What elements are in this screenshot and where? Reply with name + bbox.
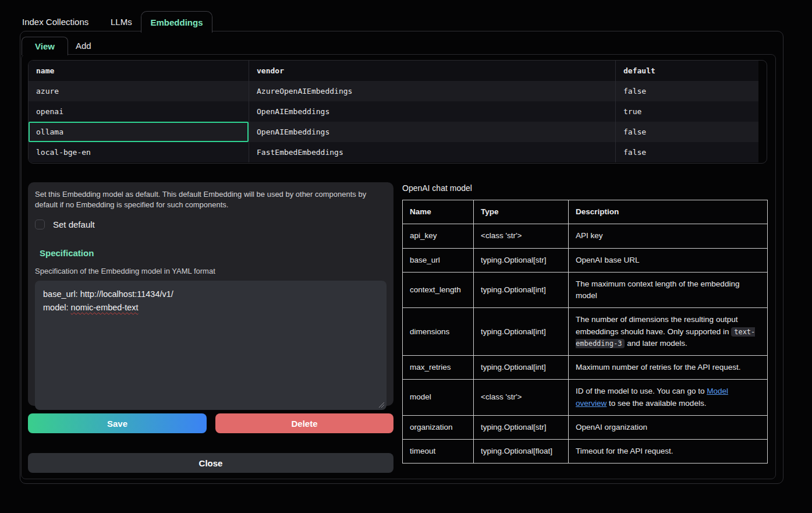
schema-cell-name: base_url: [403, 248, 474, 272]
column-header-vendor: vendor: [249, 61, 615, 81]
schema-cell-type: typing.Optional[float]: [474, 440, 569, 464]
spec-yaml-textarea[interactable]: base_url: http://localhost:11434/v1/mode…: [35, 281, 387, 410]
schema-cell-name: timeout: [403, 440, 474, 464]
schema-cell-description: OpenAI base URL: [569, 248, 768, 272]
model-overview-link[interactable]: Model overview: [576, 387, 728, 407]
embeddings-table: namevendordefault azureAzureOpenAIEmbedd…: [28, 60, 767, 164]
set-default-row: Set default: [35, 220, 387, 229]
tab-embeddings-label: Embeddings: [150, 17, 203, 27]
schema-cell-type: <class 'str'>: [474, 380, 569, 416]
default-description: Set this Embedding model as default. Thi…: [35, 189, 382, 211]
schema-cell-type: <class 'str'>: [474, 224, 569, 248]
embedding-config-panel: Set this Embedding model as default. Thi…: [28, 182, 393, 406]
embeddings-table-header: namevendordefault: [29, 61, 758, 81]
set-default-checkbox[interactable]: [35, 220, 45, 229]
schema-cell-name: max_retries: [403, 356, 474, 380]
schema-column-name: Name: [403, 200, 474, 224]
schema-row-organization: organizationtyping.Optional[str]OpenAI o…: [403, 415, 768, 439]
delete-button-label: Delete: [291, 419, 317, 429]
embedding-row-openai[interactable]: openaiOpenAIEmbeddingstrue: [29, 101, 758, 122]
cell-name[interactable]: ollama: [29, 122, 249, 142]
embedding-row-ollama[interactable]: ollamaOpenAIEmbeddingsfalse: [29, 122, 758, 142]
specification-description: Specification of the Embedding model in …: [35, 267, 387, 275]
misspelled-word: nomic-embed-text: [71, 303, 139, 312]
schema-column-type: Type: [474, 200, 569, 224]
schema-cell-type: typing.Optional[str]: [474, 415, 569, 439]
spec-line: base_url: http://localhost:11434/v1/: [43, 288, 378, 301]
schema-cell-description: ID of the model to use. You can go to Mo…: [569, 380, 768, 416]
column-header-default: default: [615, 61, 758, 81]
cell-name[interactable]: azure: [29, 81, 249, 101]
schema-cell-description: OpenAI organization: [569, 415, 768, 439]
save-button[interactable]: Save: [28, 413, 207, 433]
close-button-label: Close: [199, 458, 223, 468]
cell-vendor[interactable]: AzureOpenAIEmbeddings: [249, 81, 615, 101]
embedding-row-azure[interactable]: azureAzureOpenAIEmbeddingsfalse: [29, 81, 758, 101]
schema-cell-type: typing.Optional[str]: [474, 248, 569, 272]
spec-line: model: nomic-embed-text: [43, 301, 378, 314]
schema-column-description: Description: [569, 200, 768, 224]
column-header-name: name: [29, 61, 249, 81]
code-chip: text-embedding-3: [576, 327, 755, 348]
schema-cell-type: typing.Optional[int]: [474, 308, 569, 356]
schema-row-model: model<class 'str'>ID of the model to use…: [403, 380, 768, 416]
subtab-view-label: View: [35, 41, 55, 51]
schema-row-max_retries: max_retriestyping.Optional[int]Maximum n…: [403, 356, 768, 380]
schema-row-dimensions: dimensionstyping.Optional[int]The number…: [403, 308, 768, 356]
schema-cell-type: typing.Optional[int]: [474, 272, 569, 308]
save-button-label: Save: [107, 419, 127, 429]
cell-name[interactable]: local-bge-en: [29, 142, 249, 162]
resize-handle-icon[interactable]: [379, 402, 384, 408]
schema-cell-name: dimensions: [403, 308, 474, 356]
close-button[interactable]: Close: [28, 453, 393, 473]
schema-cell-description: Maximum number of retries for the API re…: [569, 356, 768, 380]
subtab-view[interactable]: View: [22, 37, 68, 55]
schema-row-timeout: timeouttyping.Optional[float]Timeout for…: [403, 440, 768, 464]
schema-cell-name: api_key: [403, 224, 474, 248]
embedding-row-local-bge-en[interactable]: local-bge-enFastEmbedEmbeddingsfalse: [29, 142, 758, 162]
cell-vendor[interactable]: FastEmbedEmbeddings: [249, 142, 615, 162]
schema-row-api_key: api_key<class 'str'>API key: [403, 224, 768, 248]
cell-default[interactable]: false: [615, 122, 758, 142]
schema-cell-description: The number of dimensions the resulting o…: [569, 308, 768, 356]
schema-cell-name: organization: [403, 415, 474, 439]
tab-llms[interactable]: LLMs: [111, 17, 132, 27]
schema-table-header: NameTypeDescription: [403, 200, 768, 224]
schema-cell-description: The maximum context length of the embedd…: [569, 272, 768, 308]
cell-default[interactable]: false: [615, 142, 758, 162]
cell-default[interactable]: false: [615, 81, 758, 101]
tab-embeddings[interactable]: Embeddings: [141, 11, 212, 33]
cell-default[interactable]: true: [615, 101, 758, 122]
schema-cell-name: model: [403, 380, 474, 416]
cell-vendor[interactable]: OpenAIEmbeddings: [249, 101, 615, 122]
schema-row-context_length: context_lengthtyping.Optional[int]The ma…: [403, 272, 768, 308]
cell-vendor[interactable]: OpenAIEmbeddings: [249, 122, 615, 142]
specification-heading: Specification: [40, 248, 387, 258]
delete-button[interactable]: Delete: [215, 413, 393, 433]
schema-table: NameTypeDescription api_key<class 'str'>…: [402, 200, 768, 464]
schema-cell-description: Timeout for the API request.: [569, 440, 768, 464]
subtab-add[interactable]: Add: [76, 41, 91, 51]
schema-cell-description: API key: [569, 224, 768, 248]
schema-title: OpenAI chat model: [402, 183, 472, 193]
schema-cell-type: typing.Optional[int]: [474, 356, 569, 380]
schema-cell-name: context_length: [403, 272, 474, 308]
set-default-label[interactable]: Set default: [53, 220, 95, 229]
cell-name[interactable]: openai: [29, 101, 249, 122]
schema-row-base_url: base_urltyping.Optional[str]OpenAI base …: [403, 248, 768, 272]
tab-index-collections[interactable]: Index Collections: [22, 17, 88, 27]
